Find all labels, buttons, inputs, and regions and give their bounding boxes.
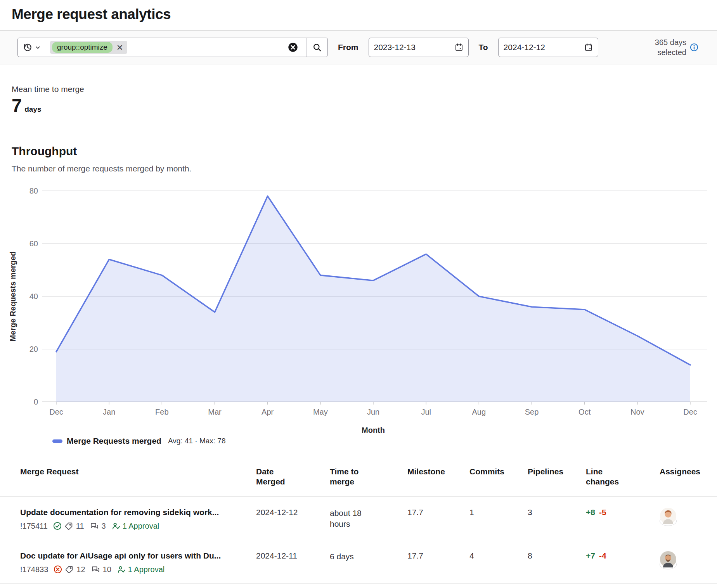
table-header-row: Merge Request Date Merged Time to merge … bbox=[0, 461, 717, 497]
mr-title-link[interactable]: Doc update for AiUsage api only for user… bbox=[20, 551, 252, 560]
deletions: -5 bbox=[599, 508, 606, 517]
legend-stats: Avg: 41 · Max: 78 bbox=[168, 437, 226, 445]
from-date-input[interactable]: 2023-12-13 bbox=[369, 38, 469, 57]
cell-date-merged: 2024-12-11 bbox=[256, 551, 330, 560]
filter-bar: group::optimize ✕ From 2023-12-13 bbox=[0, 30, 717, 64]
cell-commits: 1 bbox=[469, 508, 528, 517]
x-tick-label: Jan bbox=[103, 408, 115, 416]
metric-label: Mean time to merge bbox=[12, 85, 717, 94]
comments-count: 3 bbox=[102, 522, 106, 531]
x-tick-label: Jul bbox=[421, 408, 431, 416]
legend-swatch bbox=[52, 439, 62, 443]
mr-id[interactable]: !174833 bbox=[20, 565, 48, 574]
y-tick-label: 80 bbox=[29, 187, 38, 195]
search-button[interactable] bbox=[307, 38, 327, 57]
x-tick-label: Aug bbox=[472, 408, 486, 416]
table-row: Doc update for AiUsage api only for user… bbox=[0, 540, 717, 584]
from-label: From bbox=[338, 43, 358, 52]
y-tick-label: 0 bbox=[34, 398, 38, 406]
from-date-value: 2023-12-13 bbox=[374, 43, 416, 52]
y-tick-label: 40 bbox=[29, 292, 38, 301]
additions: +7 bbox=[586, 551, 595, 560]
assignee-avatar[interactable] bbox=[660, 516, 677, 526]
cell-date-merged: 2024-12-12 bbox=[256, 508, 330, 517]
mr-id[interactable]: !175411 bbox=[20, 522, 48, 531]
col-header-commits: Commits bbox=[469, 461, 516, 486]
x-tick-label: Oct bbox=[578, 408, 591, 416]
mean-time-to-merge-metric: Mean time to merge 7 days bbox=[12, 85, 717, 116]
col-header-date-merged: Date Merged bbox=[256, 461, 303, 496]
approval-icon bbox=[118, 566, 126, 574]
filter-token-label: group::optimize bbox=[52, 42, 113, 53]
info-icon[interactable] bbox=[690, 43, 698, 52]
throughput-chart-svg: 806040200DecJanFebMarAprMayJunJulAugSepO… bbox=[0, 179, 717, 435]
cell-line-changes: +7 -4 bbox=[586, 551, 660, 560]
to-date-input[interactable]: 2024-12-12 bbox=[498, 38, 598, 57]
x-tick-label: Mar bbox=[208, 408, 222, 416]
history-icon bbox=[23, 43, 32, 52]
mr-title-link[interactable]: Update documentation for removing sideki… bbox=[20, 508, 252, 517]
mr-merged-icon bbox=[53, 522, 62, 530]
labels-count: 12 bbox=[76, 565, 85, 574]
clear-search-button[interactable] bbox=[288, 42, 298, 52]
search-history-button[interactable] bbox=[18, 38, 46, 57]
page-title: Merge request analytics bbox=[12, 6, 717, 22]
approvals-text: 1 Approval bbox=[128, 565, 165, 574]
legend-series-name: Merge Requests merged bbox=[67, 436, 161, 446]
days-selected-text: 365 days selected bbox=[644, 37, 686, 57]
filter-token[interactable]: group::optimize ✕ bbox=[50, 41, 127, 54]
approvals[interactable]: 1 Approval bbox=[118, 565, 165, 574]
x-tick-label: May bbox=[313, 408, 328, 416]
to-label: To bbox=[479, 43, 488, 52]
search-input[interactable]: group::optimize ✕ bbox=[46, 38, 307, 57]
comments-count: 10 bbox=[103, 565, 111, 574]
chart-legend[interactable]: Merge Requests merged Avg: 41 · Max: 78 bbox=[52, 436, 717, 446]
approvals[interactable]: 1 Approval bbox=[112, 522, 159, 531]
comments-icon bbox=[90, 522, 99, 530]
x-tick-label: Apr bbox=[262, 408, 274, 416]
throughput-chart: 806040200DecJanFebMarAprMayJunJulAugSepO… bbox=[0, 179, 717, 435]
calendar-icon bbox=[455, 43, 463, 52]
metric-unit: days bbox=[24, 105, 41, 114]
col-header-pipelines: Pipelines bbox=[528, 461, 574, 486]
cell-commits: 4 bbox=[469, 551, 528, 560]
cell-milestone: 17.7 bbox=[407, 551, 469, 560]
approvals-text: 1 Approval bbox=[123, 522, 159, 531]
search-icon bbox=[313, 43, 322, 52]
x-tick-label: Dec bbox=[683, 408, 697, 416]
throughput-title: Throughput bbox=[12, 145, 717, 158]
cell-pipelines: 8 bbox=[528, 551, 586, 560]
label-tag-icon bbox=[65, 566, 73, 574]
additions: +8 bbox=[586, 508, 595, 517]
x-tick-label: Feb bbox=[155, 408, 168, 416]
mr-closed-icon bbox=[54, 565, 62, 574]
x-tick-label: Sep bbox=[525, 408, 539, 416]
x-tick-label: Nov bbox=[630, 408, 644, 416]
remove-token-icon[interactable]: ✕ bbox=[116, 43, 123, 52]
filtered-search-box[interactable]: group::optimize ✕ bbox=[17, 38, 328, 57]
col-header-assignees: Assignees bbox=[660, 461, 706, 486]
days-selected: 365 days selected bbox=[644, 37, 698, 57]
cell-milestone: 17.7 bbox=[407, 508, 469, 517]
cell-time-to-merge: 6 days bbox=[330, 551, 374, 562]
cell-time-to-merge: about 18 hours bbox=[330, 508, 374, 530]
y-tick-label: 20 bbox=[29, 345, 38, 353]
x-tick-label: Dec bbox=[49, 408, 63, 416]
to-date-value: 2024-12-12 bbox=[504, 43, 545, 52]
col-header-milestone: Milestone bbox=[407, 461, 454, 486]
chart-area-fill bbox=[56, 196, 690, 402]
y-tick-label: 60 bbox=[29, 239, 38, 248]
comments-icon bbox=[92, 566, 100, 574]
table-row: Update documentation for removing sideki… bbox=[0, 497, 717, 540]
cell-pipelines: 3 bbox=[528, 508, 586, 517]
calendar-icon bbox=[584, 43, 593, 52]
y-axis-title: Merge Requests merged bbox=[9, 251, 17, 341]
col-header-line-changes: Line changes bbox=[586, 461, 632, 496]
col-header-time-to-merge: Time to merge bbox=[330, 461, 376, 496]
col-header-merge-request: Merge Request bbox=[20, 461, 175, 486]
throughput-subtitle: The number of merge requests merged by m… bbox=[12, 164, 717, 173]
approval-icon bbox=[112, 522, 120, 530]
x-axis-title: Month bbox=[362, 426, 385, 434]
metric-value: 7 bbox=[12, 95, 22, 116]
assignee-avatar[interactable] bbox=[660, 560, 677, 569]
